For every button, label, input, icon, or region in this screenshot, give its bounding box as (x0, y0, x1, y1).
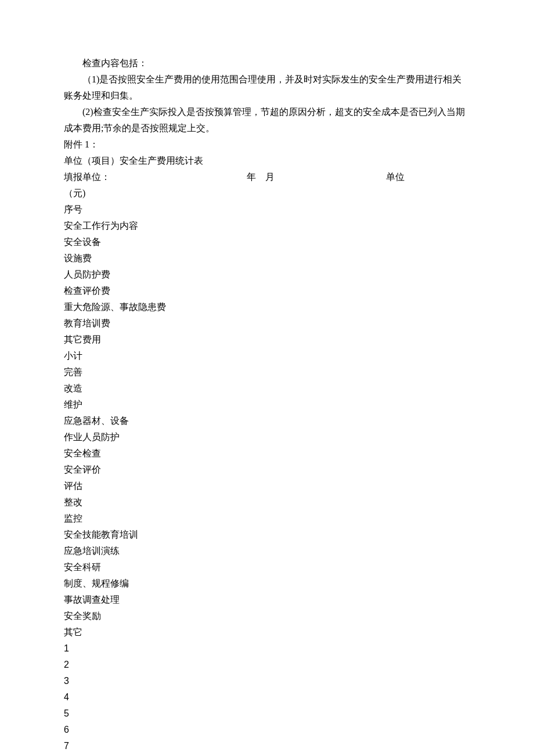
form-year-label: 年 (247, 172, 256, 182)
header-item: 设施费 (64, 250, 470, 267)
header-item: 维护 (64, 397, 470, 413)
header-item: 应急器材、设备 (64, 413, 470, 429)
form-unit-label: 填报单位： (64, 169, 110, 185)
header-item: 安全工作行为内容 (64, 218, 470, 234)
table-title: 单位（项目）安全生产费用统计表 (64, 153, 470, 169)
header-item: 安全奖励 (64, 608, 470, 624)
header-item: 安全技能教育培训 (64, 527, 470, 543)
attachment-label: 附件 1： (64, 136, 470, 153)
row-number: 3 (64, 673, 470, 689)
header-item: 制度、规程修编 (64, 575, 470, 592)
header-item: 安全评价 (64, 462, 470, 478)
paragraph-item-2: (2)检查安全生产实际投入是否按预算管理，节超的原因分析，超支的安全成本是否已列… (64, 104, 470, 136)
header-item: 整改 (64, 494, 470, 510)
header-item: 改造 (64, 380, 470, 397)
header-item: 作业人员防护 (64, 429, 470, 445)
header-item: 安全科研 (64, 559, 470, 575)
row-number: 5 (64, 705, 470, 722)
header-item: 应急培训演练 (64, 543, 470, 559)
paragraph-intro: 检查内容包括： (64, 55, 470, 71)
row-number: 6 (64, 722, 470, 738)
header-item: 序号 (64, 201, 470, 218)
header-item: 重大危险源、事故隐患费 (64, 299, 470, 315)
form-month-label: 月 (265, 172, 275, 182)
form-date-year-month: 年 月 (247, 169, 275, 185)
row-number: 4 (64, 689, 470, 705)
row-number: 1 (64, 640, 470, 657)
paragraph-item-1: （1)是否按照安全生产费用的使用范围合理使用，并及时对实际发生的安全生产费用进行… (64, 71, 470, 104)
form-yuan-label: （元) (64, 185, 470, 201)
header-item: 评估 (64, 478, 470, 494)
header-item: 人员防护费 (64, 267, 470, 283)
header-item: 安全检查 (64, 445, 470, 462)
row-number: 2 (64, 657, 470, 673)
header-item: 检查评价费 (64, 283, 470, 299)
header-item: 安全设备 (64, 234, 470, 250)
header-item: 其它 (64, 624, 470, 640)
header-item: 教育培训费 (64, 315, 470, 332)
form-header-row: 填报单位： 年 月 单位 (64, 169, 470, 185)
header-item: 事故调查处理 (64, 592, 470, 608)
header-item: 其它费用 (64, 332, 470, 348)
row-number: 7 (64, 738, 470, 754)
header-item: 完善 (64, 364, 470, 380)
header-item: 监控 (64, 510, 470, 527)
header-item: 小计 (64, 348, 470, 364)
form-currency-unit-label: 单位 (386, 169, 405, 185)
